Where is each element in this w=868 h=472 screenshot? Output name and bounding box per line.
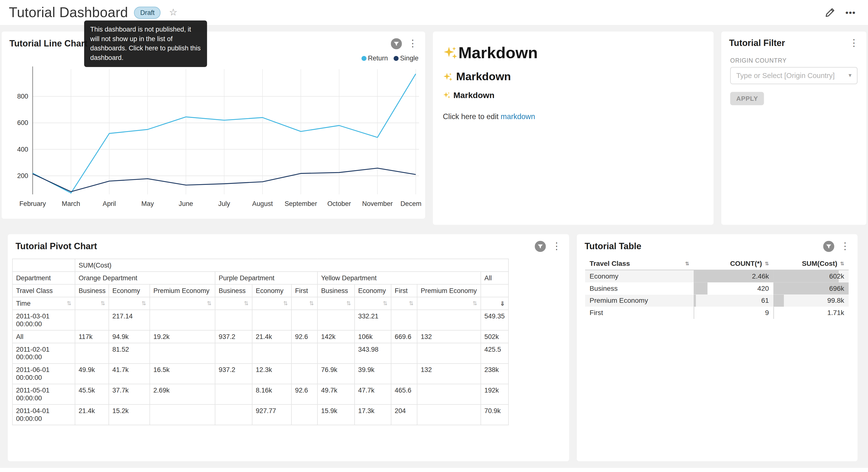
filter-indicator-icon[interactable] — [535, 241, 546, 252]
pivot-row-label: 2011-02-01 00:00:00 — [12, 343, 75, 364]
legend-item[interactable]: Return — [361, 54, 388, 63]
pivot-value-cell: 238k — [481, 363, 508, 384]
count-cell: 9 — [694, 307, 773, 319]
pivot-sort-cell: ⇅ — [391, 297, 417, 310]
svg-text:August: August — [252, 200, 273, 207]
pivot-department-header[interactable]: Purple Department — [215, 272, 318, 285]
filter-field-label: ORIGIN COUNTRY — [730, 57, 858, 64]
pivot-sort-cell: ⇅ — [291, 297, 317, 310]
pivot-class-header[interactable]: Economy — [252, 285, 291, 297]
legend-item[interactable]: Single — [394, 54, 418, 63]
svg-text:June: June — [179, 200, 193, 207]
pivot-value-cell: 937.2 — [215, 330, 252, 343]
sort-icon[interactable]: ⇅ — [473, 300, 477, 307]
table-row[interactable]: First91.71k — [585, 307, 849, 319]
sort-icon[interactable]: ⇓ — [500, 300, 505, 307]
pivot-department-header[interactable]: Yellow Department — [317, 272, 481, 285]
pivot-sort-cell: ⇅ — [75, 297, 109, 310]
column-header-travel-class[interactable]: Travel Class⇅ — [585, 258, 694, 270]
pivot-value-cell — [291, 405, 317, 425]
pivot-class-header[interactable]: Economy — [109, 285, 150, 297]
pivot-sort-cell: ⇅ — [252, 297, 291, 310]
pivot-row: All117k94.9k19.2k937.221.4k92.6142k106k6… — [12, 330, 508, 343]
pivot-chart-card: Tutorial Pivot Chart ⋮ SUM(Cost)Departme… — [8, 234, 569, 461]
travel-class-table: Travel Class⇅COUNT(*)⇅SUM(Cost)⇅Economy2… — [585, 258, 849, 319]
sort-icon[interactable]: ⇅ — [67, 300, 71, 307]
filter-indicator-icon[interactable] — [391, 38, 402, 49]
table-row[interactable]: Premium Economy6199.8k — [585, 295, 849, 307]
pivot-value-cell: 49.7k — [317, 384, 354, 405]
pivot-row-label: 2011-06-01 00:00:00 — [12, 363, 75, 384]
pivot-card-menu-icon[interactable]: ⋮ — [552, 243, 561, 250]
column-header-sum-cost[interactable]: SUM(Cost)⇅ — [773, 258, 849, 270]
pivot-value-cell: 8.16k — [252, 384, 291, 405]
line-chart-menu-icon[interactable]: ⋮ — [408, 40, 417, 48]
pivot-class-header[interactable]: Business — [317, 285, 354, 297]
sort-icon[interactable]: ⇅ — [142, 300, 146, 307]
pivot-class-header[interactable]: First — [291, 285, 317, 297]
line-chart[interactable]: 200400600800FebruaryMarchAprilMayJuneJul… — [5, 64, 421, 211]
pivot-value-cell — [391, 343, 417, 364]
pivot-row-label: 2011-05-01 00:00:00 — [12, 384, 75, 405]
pivot-value-cell: 192k — [481, 384, 508, 405]
pivot-class-header[interactable]: Business — [75, 285, 109, 297]
edit-dashboard-icon[interactable] — [825, 7, 835, 18]
pivot-department-header[interactable]: All — [481, 272, 508, 285]
draft-status-badge[interactable]: Draft — [134, 6, 161, 19]
pivot-class-header[interactable]: Economy — [354, 285, 391, 297]
pivot-class-header[interactable]: Premium Economy — [150, 285, 215, 297]
table-card-menu-icon[interactable]: ⋮ — [840, 243, 850, 250]
sort-icon[interactable]: ⇅ — [346, 300, 351, 307]
sort-icon[interactable]: ⇅ — [685, 261, 689, 266]
pivot-value-cell — [252, 343, 291, 364]
markdown-card[interactable]: Markdown Markdown Markdown Click here to… — [433, 32, 714, 225]
apply-filter-button[interactable]: APPLY — [730, 92, 764, 105]
pivot-class-header[interactable] — [481, 285, 508, 297]
sort-icon[interactable]: ⇅ — [100, 300, 105, 307]
line-chart-card-header: Tutorial Line Chart ⋮ — [2, 32, 425, 49]
origin-country-select[interactable]: Type or Select [Origin Country] ▼ — [730, 67, 858, 84]
pivot-value-cell: 92.6 — [291, 330, 317, 343]
sort-icon[interactable]: ⇅ — [244, 300, 249, 307]
svg-text:September: September — [285, 200, 317, 207]
sort-icon[interactable]: ⇅ — [207, 300, 212, 307]
pivot-sort-cell: ⇅ — [354, 297, 391, 310]
pivot-value-cell: 19.2k — [150, 330, 215, 343]
pivot-value-cell — [215, 384, 252, 405]
pivot-row: 2011-03-01 00:00:00217.14332.21549.35 — [12, 310, 508, 330]
dashboard-app: Tutorial Dashboard Draft ☆ ••• This dash… — [0, 0, 868, 472]
favorite-star-icon[interactable]: ☆ — [169, 7, 178, 18]
table-header-row: Travel Class⇅COUNT(*)⇅SUM(Cost)⇅ — [585, 258, 849, 270]
markdown-edit-link[interactable]: markdown — [500, 113, 535, 121]
pivot-row: 2011-04-01 00:00:0021.4k15.2k927.7715.9k… — [12, 405, 508, 425]
chart-legend[interactable]: ReturnSingle — [2, 50, 425, 63]
table-card: Tutorial Table ⋮ Travel Class⇅COUNT(*)⇅S… — [577, 234, 858, 461]
sort-icon[interactable]: ⇅ — [409, 300, 413, 307]
filter-card-menu-icon[interactable]: ⋮ — [849, 39, 859, 47]
pivot-class-header[interactable]: Premium Economy — [417, 285, 481, 297]
pivot-value-cell: 47.7k — [354, 384, 391, 405]
line-chart-card: Tutorial Line Chart ⋮ ReturnSingle 20040… — [2, 32, 425, 218]
travel-class-cell: Economy — [585, 270, 694, 283]
sort-icon[interactable]: ⇅ — [840, 261, 844, 266]
sort-icon[interactable]: ⇅ — [765, 261, 769, 266]
column-header-count[interactable]: COUNT(*)⇅ — [694, 258, 773, 270]
dashboard-canvas: Tutorial Line Chart ⋮ ReturnSingle 20040… — [0, 25, 868, 468]
pivot-dim-header: Travel Class — [12, 285, 75, 297]
pivot-row: 2011-06-01 00:00:0049.9k41.7k16.5k937.21… — [12, 363, 508, 384]
pivot-value-cell: 15.2k — [109, 405, 150, 425]
sort-icon[interactable]: ⇅ — [309, 300, 314, 307]
pivot-row: 2011-05-01 00:00:0045.5k37.7k2.69k8.16k9… — [12, 384, 508, 405]
filter-indicator-icon[interactable] — [823, 241, 834, 252]
pivot-value-cell — [291, 343, 317, 364]
pivot-class-header[interactable]: Business — [215, 285, 252, 297]
pivot-value-cell — [252, 310, 291, 330]
table-row[interactable]: Business420696k — [585, 283, 849, 295]
sort-icon[interactable]: ⇅ — [283, 300, 288, 307]
pivot-department-header[interactable]: Orange Department — [75, 272, 215, 285]
table-row[interactable]: Economy2.46k602k — [585, 270, 849, 283]
sort-icon[interactable]: ⇅ — [383, 300, 388, 307]
header-more-icon[interactable]: ••• — [845, 8, 856, 17]
pivot-value-cell — [291, 310, 317, 330]
pivot-class-header[interactable]: First — [391, 285, 417, 297]
